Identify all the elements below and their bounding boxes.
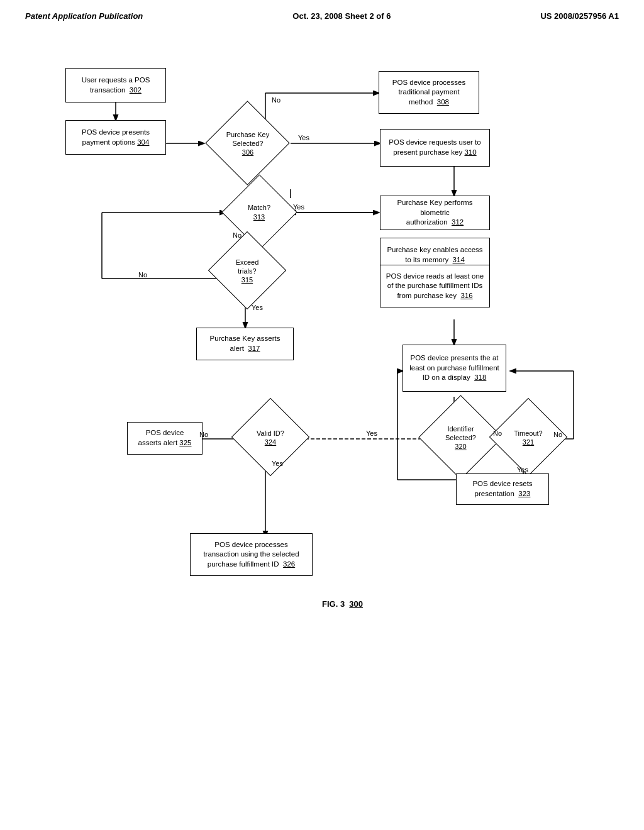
label-yes-321: Yes [517, 466, 528, 473]
label-no-306: No [272, 96, 280, 104]
node-312: Purchase Key performs biometricauthoriza… [380, 196, 490, 230]
node-324: Valid ID?324 [239, 422, 302, 453]
label-yes-320: Yes [366, 429, 377, 437]
label-no-324: No [199, 431, 208, 438]
label-no-321: No [553, 431, 562, 438]
flowchart: User requests a POS transaction 302 POS … [20, 33, 624, 775]
fig-label: FIG. 3 300 [322, 599, 363, 609]
label-no-313: No [233, 231, 242, 239]
node-316: POS device reads at least oneof the purc… [380, 265, 490, 307]
label-yes-324: Yes [272, 460, 283, 467]
node-323: POS device resetspresentation 323 [456, 473, 549, 505]
label-yes-306: Yes [298, 134, 309, 141]
node-321: Timeout?321 [497, 422, 560, 453]
header-center: Oct. 23, 2008 Sheet 2 of 6 [292, 11, 391, 21]
header-right: US 2008/0257956 A1 [540, 11, 619, 21]
header-left: Patent Application Publication [25, 11, 143, 21]
label-no-315: No [138, 271, 147, 279]
node-320: IdentifierSelected?320 [428, 422, 494, 453]
node-308: POS device processestraditional paymentm… [379, 71, 479, 114]
page: Patent Application Publication Oct. 23, … [0, 0, 644, 830]
node-326: POS device processestransaction using th… [190, 533, 313, 576]
node-304: POS device presentspayment options 304 [65, 120, 166, 155]
node-313: Match?313 [225, 198, 293, 227]
node-317: Purchase Key assertsalert 317 [196, 328, 294, 360]
node-315: Exceedtrials?315 [218, 257, 276, 285]
label-yes-315: Yes [252, 304, 263, 311]
node-325: POS deviceasserts alert 325 [127, 422, 203, 455]
node-310: POS device requests user topresent purch… [380, 129, 490, 167]
label-no-320: No [493, 429, 502, 437]
label-yes-313: Yes [293, 203, 304, 211]
page-header: Patent Application Publication Oct. 23, … [0, 0, 644, 27]
node-302: User requests a POS transaction 302 [65, 68, 166, 102]
node-306: Purchase KeySelected?306 [204, 129, 292, 158]
node-318: POS device presents the atleast on purch… [402, 345, 506, 392]
